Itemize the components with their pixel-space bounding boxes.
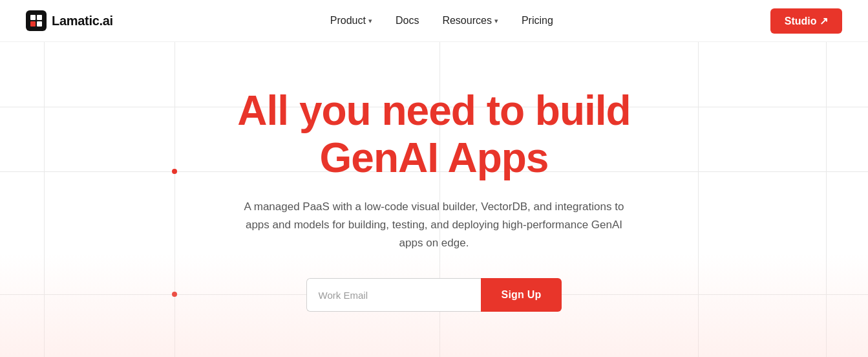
svg-rect-4 (37, 21, 42, 27)
hero-subtitle: A managed PaaS with a low-code visual bu… (234, 198, 635, 252)
svg-rect-0 (26, 10, 47, 31)
nav-pricing[interactable]: Pricing (522, 15, 553, 27)
svg-rect-2 (37, 15, 42, 20)
product-chevron-icon: ▾ (368, 17, 372, 25)
logo[interactable]: Lamatic.ai (26, 10, 113, 31)
grid-dot-2 (172, 292, 177, 297)
svg-rect-1 (30, 15, 36, 20)
nav-links: Product ▾ Docs Resources ▾ Pricing (330, 15, 553, 27)
signup-button[interactable]: Sign Up (481, 278, 562, 312)
hero-section: All you need to build GenAI Apps A manag… (0, 42, 868, 357)
nav-right: Studio ↗ (770, 8, 842, 34)
hero-title: All you need to build GenAI Apps (234, 87, 635, 182)
studio-button[interactable]: Studio ↗ (770, 8, 842, 34)
nav-product[interactable]: Product ▾ (330, 15, 372, 27)
grid-dot-1 (172, 169, 177, 174)
logo-icon (26, 10, 47, 31)
logo-text: Lamatic.ai (52, 14, 113, 28)
signup-form: Sign Up (234, 278, 635, 312)
nav-docs[interactable]: Docs (396, 15, 419, 27)
email-input[interactable] (306, 278, 481, 312)
hero-content: All you need to build GenAI Apps A manag… (221, 87, 648, 312)
resources-chevron-icon: ▾ (494, 17, 498, 25)
svg-rect-3 (30, 21, 36, 27)
navbar: Lamatic.ai Product ▾ Docs Resources ▾ Pr… (0, 0, 868, 42)
nav-resources[interactable]: Resources ▾ (442, 15, 498, 27)
